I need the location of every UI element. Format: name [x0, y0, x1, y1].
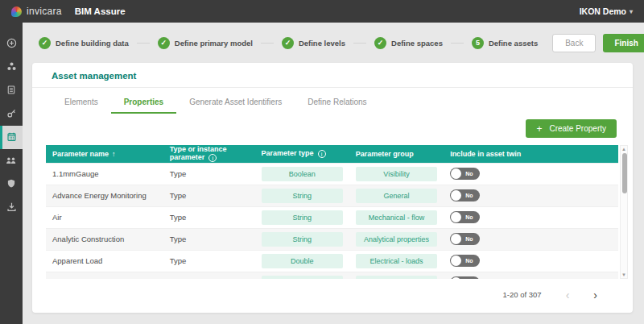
- sidebar: [0, 23, 23, 324]
- parameter-group-badge: Analytical properties: [356, 232, 437, 247]
- sidebar-item-add[interactable]: [0, 32, 23, 56]
- parameters-table: Parameter name↑ Type or instance paramet…: [46, 145, 618, 279]
- app-title: BIM Assure: [75, 6, 126, 16]
- parameter-group-badge: General: [356, 189, 437, 203]
- top-bar: invicara BIM Assure IKON Demo ▾: [0, 0, 644, 23]
- include-toggle[interactable]: No: [450, 255, 480, 267]
- table-header-row: Parameter name↑ Type or instance paramet…: [46, 145, 618, 163]
- table-row: 1.1mmGauge Type Boolean Visibility No: [46, 163, 618, 185]
- column-parameter-group: Parameter group: [349, 145, 444, 163]
- toggle-state-label: No: [465, 258, 473, 264]
- cell-type: Type: [163, 228, 255, 250]
- finish-button[interactable]: Finish: [603, 34, 644, 52]
- scroll-down-icon[interactable]: ▼: [621, 272, 626, 278]
- sidebar-item-export[interactable]: [0, 196, 23, 219]
- step-check-icon: ✓: [39, 37, 51, 49]
- toggle-state-label: No: [465, 193, 473, 198]
- column-parameter-name[interactable]: Parameter name↑: [46, 145, 163, 163]
- info-icon[interactable]: i: [208, 154, 217, 162]
- pagination-range: 1-20 of 307: [503, 290, 542, 299]
- parameter-type-badge: Double: [262, 276, 343, 279]
- table-row: Apparent Load Type Double Electrical - l…: [46, 272, 618, 279]
- include-toggle[interactable]: No: [450, 189, 480, 201]
- table-row: Analytic Construction Type String Analyt…: [46, 228, 618, 250]
- clipboard-icon: [6, 84, 16, 98]
- step-connector: [137, 43, 150, 44]
- tab-properties[interactable]: Properties: [111, 90, 176, 114]
- sidebar-item-access[interactable]: [0, 102, 23, 126]
- shield-icon: [6, 177, 16, 192]
- sidebar-item-issues[interactable]: [0, 79, 23, 102]
- invicara-logo-icon: [11, 6, 22, 17]
- step-define-levels: ✓ Define levels: [282, 37, 345, 49]
- toggle-state-label: No: [465, 236, 473, 242]
- include-toggle[interactable]: No: [450, 168, 480, 180]
- asset-management-panel: Asset management Elements Properties Gen…: [32, 63, 633, 313]
- step-label: Define spaces: [391, 39, 443, 48]
- tab-elements[interactable]: Elements: [52, 90, 111, 114]
- key-icon: [6, 107, 17, 122]
- tab-bar: Elements Properties Generate Asset Ident…: [32, 90, 633, 114]
- step-label: Define assets: [489, 39, 538, 48]
- account-name: IKON Demo: [580, 6, 626, 16]
- toggle-knob: [451, 255, 461, 266]
- column-label: Include in asset twin: [450, 150, 521, 158]
- scroll-up-icon[interactable]: ▲: [621, 146, 626, 152]
- parameter-type-badge: Double: [262, 254, 343, 268]
- account-menu[interactable]: IKON Demo ▾: [580, 6, 633, 16]
- step-define-building-data: ✓ Define building data: [39, 37, 129, 49]
- include-toggle[interactable]: No: [450, 276, 480, 279]
- team-icon: [6, 154, 17, 168]
- back-button[interactable]: Back: [552, 34, 596, 52]
- cell-type: Type: [163, 185, 255, 206]
- cell-type: Type: [163, 163, 255, 185]
- step-define-spaces: ✓ Define spaces: [374, 37, 443, 49]
- previous-page-button[interactable]: ‹: [566, 291, 570, 299]
- sidebar-item-models[interactable]: [0, 56, 23, 79]
- cell-parameter-name: Apparent Load: [46, 250, 163, 272]
- parameters-table-zone: Parameter name↑ Type or instance paramet…: [46, 145, 628, 279]
- step-connector: [261, 43, 274, 44]
- step-check-icon: ✓: [374, 37, 386, 49]
- toggle-knob: [451, 234, 461, 244]
- cell-type: Type: [163, 272, 255, 279]
- parameter-group-badge: Mechanical - flow: [356, 210, 437, 225]
- sort-ascending-icon[interactable]: ↑: [112, 150, 116, 158]
- parameter-type-badge: String: [262, 189, 343, 203]
- panel-header: Asset management: [32, 63, 633, 88]
- include-toggle[interactable]: No: [450, 211, 480, 223]
- tab-define-relations[interactable]: Define Relations: [295, 90, 379, 114]
- step-check-icon: ✓: [282, 37, 294, 49]
- step-connector: [353, 43, 366, 44]
- cell-parameter-name: Air: [46, 206, 163, 228]
- sidebar-item-team[interactable]: [0, 149, 23, 172]
- scrollbar-thumb[interactable]: [622, 153, 627, 193]
- page-title: Asset management: [52, 71, 613, 81]
- parameter-type-badge: String: [262, 232, 343, 247]
- parameter-group-badge: Visibility: [356, 167, 437, 181]
- wizard-stepper: ✓ Define building data ✓ Define primary …: [23, 23, 644, 63]
- next-page-button[interactable]: ›: [593, 291, 597, 299]
- step-label: Define building data: [56, 39, 129, 48]
- model-hub-icon: [6, 60, 17, 75]
- create-property-label: Create Property: [549, 124, 606, 133]
- pagination: 1-20 of 307 ‹ ›: [32, 279, 633, 299]
- calendar-icon: [6, 131, 17, 145]
- parameter-type-badge: Boolean: [262, 167, 343, 181]
- tab-generate-asset-identifiers[interactable]: Generate Asset Identifiers: [176, 90, 295, 114]
- toggle-knob: [451, 212, 461, 222]
- sidebar-item-security[interactable]: [0, 172, 23, 196]
- step-define-assets: 5 Define assets: [472, 37, 538, 49]
- toggle-state-label: No: [465, 214, 473, 220]
- plus-circle-icon: [6, 37, 17, 52]
- step-check-icon: ✓: [158, 37, 170, 49]
- create-property-button[interactable]: + Create Property: [526, 119, 617, 138]
- parameter-group-badge: Electrical - loads: [356, 254, 437, 268]
- cell-type: Type: [163, 206, 255, 228]
- step-number-badge: 5: [472, 37, 484, 49]
- sidebar-item-asset-management[interactable]: [0, 126, 23, 149]
- download-icon: [6, 201, 17, 215]
- include-toggle[interactable]: No: [450, 233, 480, 245]
- table-scrollbar[interactable]: ▲ ▼: [620, 145, 628, 279]
- info-icon[interactable]: i: [318, 150, 326, 158]
